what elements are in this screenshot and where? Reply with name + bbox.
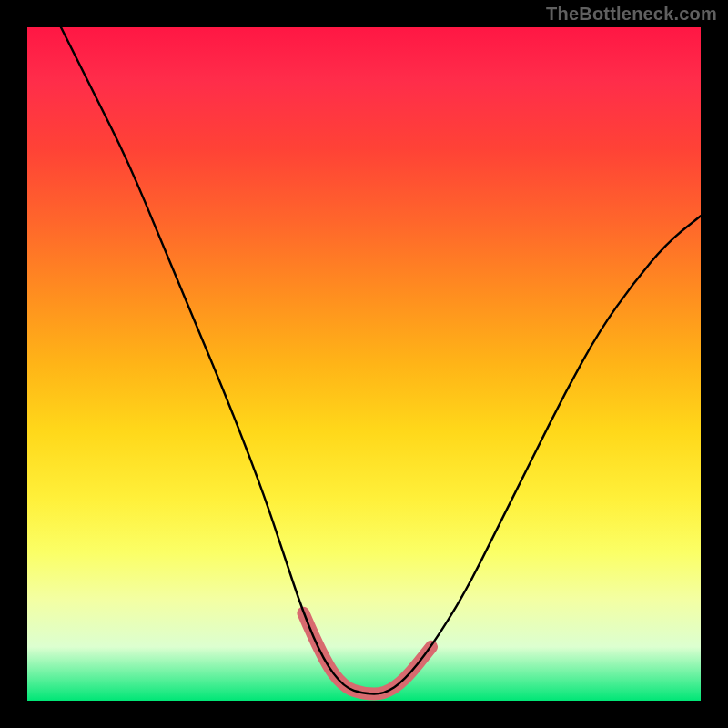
- watermark-text: TheBottleneck.com: [546, 4, 717, 25]
- chart-svg: [27, 27, 701, 701]
- plot-area: [27, 27, 701, 701]
- bottleneck-curve: [61, 27, 701, 694]
- chart-frame: TheBottleneck.com: [0, 0, 728, 728]
